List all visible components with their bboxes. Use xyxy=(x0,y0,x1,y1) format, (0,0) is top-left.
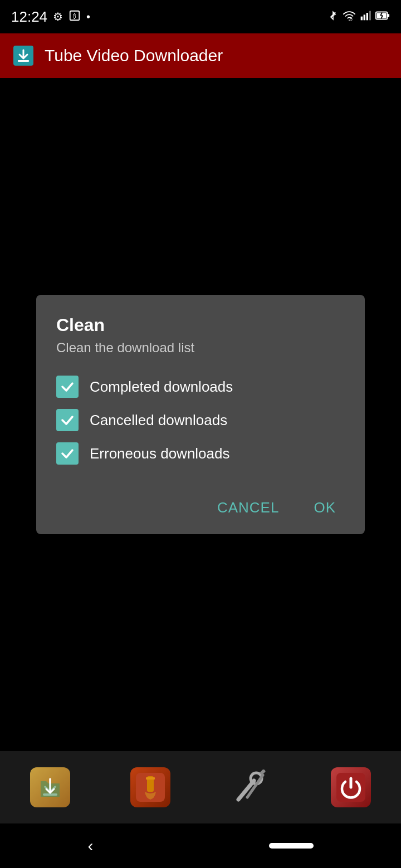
dot-indicator: • xyxy=(86,11,90,23)
nav-item-power[interactable] xyxy=(323,762,379,812)
power-nav-icon xyxy=(331,767,371,807)
svg-text:₿: ₿ xyxy=(73,12,76,19)
completed-checkbox[interactable] xyxy=(56,376,79,398)
svg-rect-4 xyxy=(364,14,365,20)
svg-rect-6 xyxy=(369,11,371,20)
erroneous-downloads-item[interactable]: Erroneous downloads xyxy=(56,442,345,465)
home-indicator[interactable] xyxy=(269,843,314,849)
dialog-buttons: CANCEL OK xyxy=(56,487,345,523)
nav-item-tools[interactable] xyxy=(223,762,278,812)
completed-downloads-item[interactable]: Completed downloads xyxy=(56,376,345,398)
tools-nav-icon xyxy=(231,767,271,807)
dialog-overlay: Clean Clean the download list Completed … xyxy=(0,78,401,751)
clean-dialog: Clean Clean the download list Completed … xyxy=(36,295,365,534)
app-title: Tube Video Downloader xyxy=(45,46,223,65)
dialog-title: Clean xyxy=(56,315,345,336)
cancelled-downloads-label: Cancelled downloads xyxy=(90,412,227,429)
dialog-subtitle: Clean the download list xyxy=(56,340,345,356)
cancelled-checkbox[interactable] xyxy=(56,409,79,431)
nav-item-downloads[interactable] xyxy=(22,762,78,812)
bottom-nav xyxy=(0,751,401,823)
erroneous-downloads-label: Erroneous downloads xyxy=(90,445,230,462)
app-toolbar: Tube Video Downloader xyxy=(0,33,401,78)
main-content: Clean Clean the download list Completed … xyxy=(0,78,401,751)
app-logo xyxy=(11,43,36,68)
bluetooth-icon xyxy=(327,10,339,24)
system-nav-bar: ‹ xyxy=(0,823,401,868)
cancelled-downloads-item[interactable]: Cancelled downloads xyxy=(56,409,345,431)
completed-downloads-label: Completed downloads xyxy=(90,378,233,396)
settings-icon: ⚙ xyxy=(53,10,63,23)
svg-rect-14 xyxy=(18,60,29,62)
clean-nav-icon xyxy=(130,767,170,807)
cancel-button[interactable]: CANCEL xyxy=(208,492,288,523)
svg-rect-19 xyxy=(146,777,155,780)
back-button[interactable]: ‹ xyxy=(88,836,94,855)
shield-icon: ₿ xyxy=(69,9,81,24)
status-time: 12:24 xyxy=(11,8,47,26)
download-nav-icon xyxy=(30,767,70,807)
svg-rect-9 xyxy=(387,14,389,17)
erroneous-checkbox[interactable] xyxy=(56,442,79,465)
status-right: 5 xyxy=(327,9,390,24)
svg-text:5: 5 xyxy=(350,17,353,22)
battery-icon xyxy=(375,10,390,24)
signal-icon xyxy=(360,10,371,24)
ok-button[interactable]: OK xyxy=(305,492,345,523)
status-left: 12:24 ⚙ ₿ • xyxy=(11,8,90,26)
checkbox-list: Completed downloads Cancelled downloads xyxy=(56,376,345,465)
nav-item-clean[interactable] xyxy=(123,762,178,812)
svg-rect-3 xyxy=(361,16,363,20)
wifi-icon: 5 xyxy=(343,9,355,24)
svg-rect-5 xyxy=(366,13,368,20)
status-bar: 12:24 ⚙ ₿ • 5 xyxy=(0,0,401,33)
